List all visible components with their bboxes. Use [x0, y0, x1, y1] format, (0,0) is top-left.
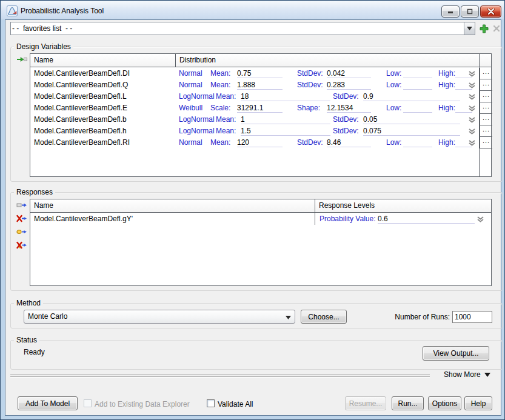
low-field[interactable]: [403, 104, 432, 113]
param1-field[interactable]: 1: [241, 115, 330, 124]
method-label: Method: [14, 299, 43, 307]
add-to-existing-data-explorer-checkbox[interactable]: [84, 399, 92, 407]
distribution-type[interactable]: LogNormal: [179, 92, 215, 101]
column-header-name: Name: [34, 56, 53, 64]
low-label: Low:: [386, 69, 401, 78]
distribution-cell: LogNormal Mean: 1.5 StdDev: 0.075: [176, 125, 480, 137]
add-response-level-icon[interactable]: [16, 228, 27, 236]
more-button[interactable]: ...: [480, 68, 492, 79]
favorites-dropdown-button[interactable]: [464, 22, 475, 35]
low-field[interactable]: [403, 81, 432, 90]
param2-label: Shape:: [297, 104, 320, 113]
variable-name[interactable]: Model.CantileverBeamDefl.h: [34, 127, 127, 135]
param2-field[interactable]: 12.1534: [327, 104, 371, 113]
show-more-toggle[interactable]: Show More: [432, 370, 490, 379]
number-of-runs-input[interactable]: [452, 311, 492, 323]
more-button[interactable]: ...: [480, 102, 492, 114]
minimize-button[interactable]: [441, 5, 460, 18]
expand-chevron-icon[interactable]: [468, 105, 476, 113]
variable-name[interactable]: Model.CantileverBeamDefl.b: [34, 115, 127, 124]
remove-response-icon[interactable]: [16, 215, 27, 223]
more-button[interactable]: ...: [480, 91, 492, 102]
param2-field[interactable]: 0.283: [327, 81, 371, 90]
maximize-button[interactable]: [461, 5, 479, 18]
expand-chevron-icon[interactable]: [468, 70, 476, 79]
variable-name[interactable]: Model.CantileverBeamDefl.DI: [34, 69, 130, 78]
distribution-type[interactable]: Normal: [179, 138, 202, 147]
param2-label: StdDev:: [297, 138, 323, 147]
low-label: Low:: [386, 138, 401, 147]
options-button[interactable]: Options: [428, 396, 461, 410]
chevron-down-icon: [484, 373, 490, 377]
header-divider: [175, 54, 176, 67]
close-button[interactable]: [480, 5, 501, 18]
more-button[interactable]: ...: [480, 114, 492, 125]
more-button[interactable]: ...: [480, 79, 492, 91]
distribution-type[interactable]: LogNormal: [179, 127, 215, 136]
distribution-type[interactable]: Normal: [179, 81, 202, 90]
param2-label: StdDev:: [333, 92, 359, 101]
param1-field[interactable]: 1.888: [237, 81, 283, 90]
low-field[interactable]: [403, 138, 432, 147]
remove-response-level-icon[interactable]: [16, 241, 27, 250]
param2-field[interactable]: 0.075: [363, 127, 460, 136]
param1-field[interactable]: 0.75: [237, 69, 283, 78]
expand-chevron-icon[interactable]: [468, 82, 476, 90]
column-header-distribution: Distribution: [179, 56, 216, 64]
expand-chevron-icon[interactable]: [468, 139, 476, 148]
add-response-icon[interactable]: [16, 201, 27, 210]
add-to-model-button[interactable]: Add To Model: [18, 396, 78, 410]
level-value-field[interactable]: 0.6: [378, 215, 475, 224]
param2-field[interactable]: 0.05: [363, 115, 460, 124]
distribution-type[interactable]: Normal: [179, 69, 202, 78]
expand-chevron-icon[interactable]: [468, 93, 476, 102]
separator-line: [10, 374, 430, 375]
variable-name[interactable]: Model.CantileverBeamDefl.RI: [34, 138, 130, 147]
title-bar: Probabilistic Analysis Tool: [1, 1, 504, 19]
param2-field[interactable]: 0.9: [363, 92, 460, 101]
response-name[interactable]: Model.CantileverBeamDefl.gY': [34, 215, 133, 223]
distribution-type[interactable]: Weibull: [179, 104, 202, 113]
variable-name[interactable]: Model.CantileverBeamDefl.L: [34, 92, 127, 101]
distribution-type[interactable]: LogNormal: [179, 115, 215, 124]
run-button[interactable]: Run...: [392, 396, 424, 410]
param1-label: Mean:: [216, 92, 236, 101]
favorites-input[interactable]: [12, 23, 462, 34]
high-label: High:: [438, 138, 455, 147]
expand-chevron-icon[interactable]: [468, 128, 476, 136]
param1-field[interactable]: 120: [237, 138, 283, 147]
variable-name[interactable]: Model.CantileverBeamDefl.E: [34, 104, 127, 112]
high-label: High:: [438, 69, 455, 78]
validate-all-checkbox[interactable]: [207, 399, 215, 407]
param1-field[interactable]: 31291.1: [237, 104, 283, 113]
design-variables-label: Design Variables: [14, 42, 73, 51]
variable-name[interactable]: Model.CantileverBeamDefl.Q: [34, 81, 128, 89]
low-field[interactable]: [403, 69, 432, 78]
more-button[interactable]: ...: [480, 125, 492, 137]
param2-field[interactable]: 0.042: [327, 69, 371, 78]
param1-label: Mean:: [216, 115, 236, 124]
favorites-combobox[interactable]: [10, 22, 475, 35]
distribution-cell: LogNormal Mean: 1 StdDev: 0.05: [176, 114, 480, 125]
resume-button[interactable]: Resume...: [345, 396, 386, 410]
method-combobox[interactable]: Monte Carlo: [24, 310, 295, 324]
help-button[interactable]: Help: [464, 396, 492, 410]
high-label: High:: [438, 104, 455, 113]
expand-chevron-icon[interactable]: [468, 116, 476, 125]
add-design-variable-icon[interactable]: [16, 55, 27, 64]
number-of-runs-label: Number of Runs:: [357, 313, 450, 321]
add-favorite-button[interactable]: [478, 23, 489, 34]
more-button[interactable]: ...: [480, 137, 492, 148]
param1-field[interactable]: 1.5: [241, 127, 330, 136]
param1-label: Mean:: [210, 81, 230, 90]
responses-label: Responses: [14, 188, 55, 196]
choose-button[interactable]: Choose...: [301, 310, 347, 324]
probabilistic-analysis-tool-window: Probabilistic Analysis Tool: [0, 0, 505, 420]
param1-field[interactable]: 18: [241, 92, 330, 101]
delete-favorite-button[interactable]: [491, 23, 502, 34]
param2-field[interactable]: 8.46: [327, 138, 371, 147]
view-output-button[interactable]: View Output...: [423, 346, 489, 361]
expand-chevron-icon[interactable]: [477, 216, 484, 224]
distribution-cell: Normal Mean: 120 StdDev: 8.46 Low: High:: [176, 137, 480, 148]
distribution-cell: LogNormal Mean: 18 StdDev: 0.9: [176, 91, 480, 102]
